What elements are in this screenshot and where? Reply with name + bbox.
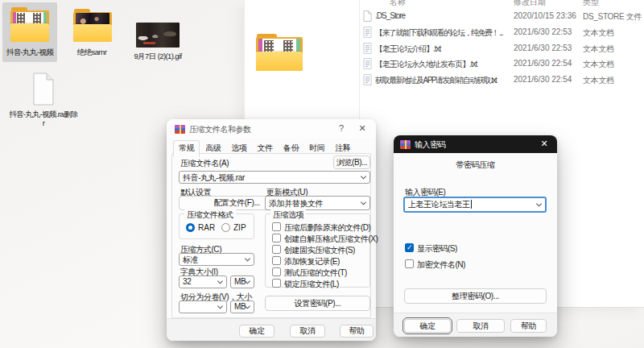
- split-unit-combobox[interactable]: MB: [230, 300, 254, 313]
- chevron-down-icon: [217, 278, 223, 284]
- desktop-icon-gif[interactable]: 9月7日 (2)(1).gif: [126, 2, 190, 67]
- checkbox-unchecked-icon: [272, 256, 281, 265]
- gif-thumbnail: [136, 23, 180, 48]
- document-icon: [33, 72, 54, 106]
- desktop: 名称 修改日期 类型 .DS_Store 2020/10/15 23:36 DS…: [0, 0, 644, 348]
- table-row[interactable]: 【老王论坛永久地址发布页】.txt 2021/6/30 22:54 文本文档: [245, 58, 644, 71]
- file-name: 【来了就能下载和观看的论坛，纯免费！ ...: [375, 27, 502, 39]
- table-row[interactable]: 【来了就能下载和观看的论坛，纯免费！ ... 2021/6/30 22:53 文…: [245, 27, 644, 39]
- update-mode-combobox[interactable]: 添加并替换文件: [265, 196, 370, 210]
- checkbox-unchecked-icon: [272, 222, 281, 231]
- archive-format-group-label: 压缩文件格式: [184, 209, 236, 221]
- folder-icon: [10, 7, 49, 42]
- tab-page-general: 压缩文件名(A) 浏览(B)... 抖音-丸丸-视频.rar 默认设置 配置文件…: [171, 153, 371, 318]
- file-date: 2021/6/30 22:54: [514, 75, 572, 84]
- desktop-icon-douyin-folder[interactable]: 抖音-丸丸-视频: [2, 2, 57, 62]
- checkbox-unchecked-icon: [272, 279, 281, 288]
- chevron-down-icon: [245, 255, 250, 261]
- ok-button[interactable]: 确定: [404, 319, 451, 333]
- dictionary-unit-combobox[interactable]: MB: [230, 276, 254, 288]
- dialog-tabs: 常规高级选项文件备份时间注释: [173, 140, 356, 154]
- password-dialog-footer: 确定 取消 帮助: [394, 313, 557, 337]
- file-name: 获取最新地址及APP请发邮箱自动获取.txt: [375, 75, 496, 86]
- tab-files[interactable]: 文件: [253, 141, 278, 156]
- close-icon[interactable]: ✕: [539, 139, 550, 149]
- file-name: 【老王论坛永久地址发布页】.txt: [375, 59, 477, 70]
- browse-button[interactable]: 浏览(B)...: [333, 155, 370, 169]
- file-date: 2021/6/30 22:54: [514, 59, 572, 68]
- tab-comment[interactable]: 注释: [330, 141, 355, 156]
- archive-dialog-footer: 确定 取消 帮助: [167, 318, 376, 341]
- format-zip-radio[interactable]: ZIP: [221, 223, 249, 233]
- dictionary-size-combobox[interactable]: 32: [179, 276, 227, 288]
- file-date: 2021/6/30 22:53: [514, 27, 572, 36]
- checkbox-unchecked-icon: [272, 245, 281, 254]
- password-input[interactable]: 上老王论坛当老王: [403, 197, 547, 213]
- winrar-icon: [400, 140, 411, 149]
- close-icon[interactable]: ✕: [357, 123, 368, 134]
- archive-dialog: 压缩文件名和参数 ? ✕ 常规高级选项文件备份时间注释 压缩文件名(A) 浏览(…: [167, 119, 376, 341]
- desktop-icon-label: 抖音-丸丸-视频.ra删除r: [8, 110, 79, 127]
- radio-unselected-icon: [221, 223, 230, 232]
- checkbox-unchecked-icon: [405, 259, 414, 268]
- column-header-name[interactable]: 名称: [390, 0, 406, 8]
- desktop-icon-label: 绝绝samr: [63, 48, 121, 56]
- checkbox-unchecked-icon: [272, 234, 281, 242]
- file-date: 2020/10/15 23:36: [514, 11, 576, 20]
- tab-general[interactable]: 常规: [173, 140, 200, 157]
- text-file-icon: [363, 74, 372, 85]
- set-password-button[interactable]: 设置密码(P)...: [265, 296, 370, 311]
- winrar-icon: [175, 125, 185, 134]
- radio-selected-icon: [186, 223, 195, 232]
- desktop-icon-samr-folder[interactable]: 绝绝samr: [63, 2, 121, 62]
- table-row[interactable]: 【老王论坛介绍】.txt 2021/6/30 22:53 文本文档: [245, 43, 644, 56]
- table-row[interactable]: 获取最新地址及APP请发邮箱自动获取.txt 2021/6/30 22:54 文…: [245, 74, 644, 87]
- format-rar-radio[interactable]: RAR: [186, 223, 213, 233]
- organize-passwords-button[interactable]: 整理密码(O)...: [404, 288, 547, 304]
- chevron-down-icon: [217, 303, 223, 309]
- tab-backup[interactable]: 备份: [279, 141, 303, 156]
- file-name: .DS_Store: [375, 11, 405, 20]
- dialog-subtitle: 带密码压缩: [394, 160, 557, 171]
- column-header-type[interactable]: 类型: [583, 0, 599, 8]
- text-cursor: [471, 200, 472, 209]
- file-type: DS_STORE 文件: [583, 11, 642, 23]
- text-file-icon: [363, 43, 372, 54]
- file-type: 文本文档: [583, 44, 614, 55]
- tab-time[interactable]: 时间: [304, 141, 329, 156]
- text-file-icon: [363, 58, 372, 69]
- folder-front: [256, 52, 303, 71]
- cancel-button[interactable]: 取消: [290, 325, 325, 338]
- method-combobox[interactable]: 标准: [179, 253, 254, 266]
- table-row[interactable]: .DS_Store 2020/10/15 23:36 DS_STORE 文件: [245, 10, 644, 23]
- text-file-icon: [363, 27, 372, 38]
- file-type: 文本文档: [583, 59, 614, 70]
- cancel-button[interactable]: 取消: [456, 319, 505, 333]
- help-button[interactable]: ?: [336, 123, 347, 133]
- checkbox-checked-icon: [405, 243, 414, 252]
- password-dialog: 输入密码 ✕ 带密码压缩 输入密码(E) 上老王论坛当老王 显示密码(S) 加密…: [394, 135, 557, 337]
- archive-name-label: 压缩文件名(A): [180, 158, 229, 169]
- archive-name-combobox[interactable]: 抖音-丸丸-视频.rar: [179, 171, 370, 184]
- desktop-icon-label: 9月7日 (2)(1).gif: [126, 52, 190, 60]
- tab-options[interactable]: 选项: [226, 141, 251, 156]
- file-type: 文本文档: [583, 75, 614, 86]
- dragged-folder-icon[interactable]: [256, 34, 303, 71]
- archive-format-group: 压缩文件格式 RAR ZIP: [179, 213, 254, 239]
- archive-dialog-titlebar[interactable]: 压缩文件名和参数 ? ✕: [167, 119, 376, 139]
- tab-advanced[interactable]: 高级: [200, 141, 225, 156]
- help-button[interactable]: 帮助: [340, 325, 374, 338]
- chevron-down-icon: [361, 199, 366, 205]
- compression-options-group: 压缩选项 压缩后删除原来的文件(D) 创建自解压格式压缩文件(X) 创建固实压缩…: [265, 213, 370, 288]
- password-dialog-titlebar[interactable]: 输入密码 ✕: [394, 135, 557, 153]
- desktop-icon-label: 抖音-丸丸-视频: [2, 48, 57, 56]
- dialog-title: 输入密码: [415, 139, 445, 151]
- file-icon: [363, 10, 372, 22]
- desktop-icon-renamed-rar[interactable]: 抖音-丸丸-视频.ra删除r: [8, 69, 79, 134]
- ok-button[interactable]: 确定: [239, 325, 275, 338]
- help-button[interactable]: 帮助: [510, 319, 547, 333]
- column-header-date[interactable]: 修改日期: [514, 0, 546, 8]
- chevron-down-icon: [361, 173, 366, 179]
- checkbox-unchecked-icon: [272, 267, 281, 276]
- split-volumes-combobox[interactable]: [179, 300, 227, 313]
